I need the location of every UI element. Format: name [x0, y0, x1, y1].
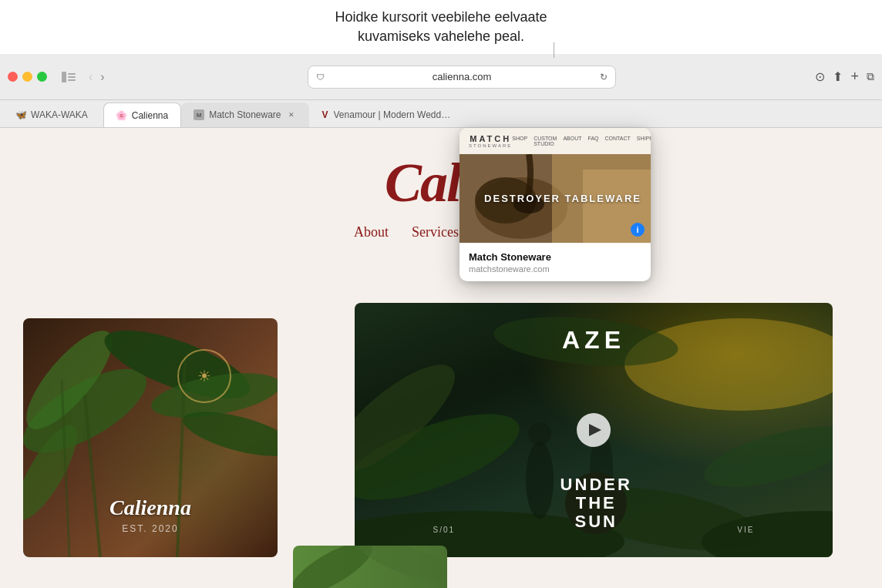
minimize-button[interactable] — [22, 72, 32, 82]
emblem: ☀ — [177, 349, 231, 403]
tooltip: Hoidke kursorit veebilehe eelvaate kuvam… — [335, 8, 547, 46]
tab-label-waka: WAKA-WAKA — [31, 109, 88, 120]
preview-info: Match Stoneware matchstoneware.com — [460, 244, 651, 281]
preview-site-name: Match Stoneware — [469, 251, 641, 263]
svg-rect-3 — [68, 79, 76, 81]
tab-favicon-match: M — [194, 109, 204, 120]
nav-services[interactable]: Services — [412, 224, 459, 240]
match-nav-shipping: SHIPPING — [637, 136, 651, 146]
match-site-header: MATCH STONEWARE SHOP CUSTOM STUDIO ABOUT… — [460, 128, 651, 154]
small-card-image — [293, 546, 447, 588]
browser-right-icons: ⊙ ⬆ + ⧉ — [815, 69, 874, 85]
tab-preview-popup: MATCH STONEWARE SHOP CUSTOM STUDIO ABOUT… — [460, 128, 651, 281]
url-display: calienna.com — [329, 71, 595, 82]
tab-match-stoneware[interactable]: M Match Stoneware ✕ — [181, 102, 308, 127]
bottom-label-s01: S/01 — [433, 526, 456, 534]
tab-venamour[interactable]: V Venamour | Modern Wedding Invitations — [309, 102, 463, 127]
tab-calienna[interactable]: 🌸 Calienna — [103, 102, 181, 127]
tab-label-calienna: Calienna — [132, 110, 168, 121]
nav-about[interactable]: About — [354, 224, 389, 240]
tab-waka-waka[interactable]: 🦋 WAKA-WAKA — [0, 102, 103, 127]
match-sublogo: STONEWARE — [469, 143, 512, 148]
right-card-title: AZE — [562, 326, 625, 354]
tab-manager-icon[interactable]: ⧉ — [867, 70, 874, 83]
forward-button[interactable]: › — [97, 69, 107, 86]
close-button[interactable] — [8, 72, 18, 82]
share-icon[interactable]: ⬆ — [833, 69, 843, 84]
match-logo: MATCH — [470, 134, 511, 143]
nav-arrows: ‹ › — [86, 69, 108, 86]
address-bar[interactable]: 🛡 calienna.com ↻ — [308, 66, 616, 89]
play-button[interactable] — [577, 413, 611, 447]
browser-chrome: ‹ › 🛡 calienna.com ↻ ⊙ ⬆ + ⧉ — [0, 54, 882, 100]
maximize-button[interactable] — [37, 72, 47, 82]
bottom-labels: S/01 UNDERTHE SUN VIE — [355, 472, 833, 534]
shield-icon: 🛡 — [316, 72, 325, 82]
tab-favicon-calienna: 🌸 — [116, 110, 127, 121]
preview-url: matchstoneware.com — [469, 264, 641, 274]
address-bar-container: 🛡 calienna.com ↻ — [114, 66, 810, 89]
svg-rect-2 — [68, 76, 76, 78]
match-nav-about: ABOUT — [563, 136, 581, 146]
reload-icon[interactable]: ↻ — [600, 72, 608, 82]
match-nav-faq: FAQ — [588, 136, 599, 146]
play-triangle-icon — [589, 424, 601, 436]
tab-bar: 🦋 WAKA-WAKA 🌸 Calienna M Match Stoneware… — [0, 100, 882, 128]
left-card-logo: Calienna — [109, 496, 191, 520]
plant-decoration — [23, 318, 278, 557]
svg-point-22 — [528, 422, 551, 445]
match-nav: SHOP CUSTOM STUDIO ABOUT FAQ CONTACT SHI… — [512, 136, 651, 146]
bottom-label-under: UNDERTHE SUN — [561, 475, 632, 532]
tab-favicon-waka: 🦋 — [15, 109, 26, 120]
main-content: Calie About Services Under T — [0, 128, 882, 588]
tab-close-match[interactable]: ✕ — [286, 109, 297, 120]
preview-website: MATCH STONEWARE SHOP CUSTOM STUDIO ABOUT… — [460, 128, 651, 244]
bottom-label-vie: VIE — [737, 526, 754, 534]
match-product-image: DESTROYER TABLEWARE i — [460, 154, 651, 243]
match-nav-contact: CONTACT — [605, 136, 631, 146]
tab-label-venamour: Venamour | Modern Wedding Invitations — [334, 109, 451, 120]
calienna-website: Calie About Services Under T — [0, 128, 882, 588]
traffic-lights — [8, 72, 47, 82]
tab-favicon-venamour: V — [321, 109, 329, 120]
svg-rect-1 — [68, 73, 76, 75]
tooltip-line1: Hoidke kursorit veebilehe eelvaate — [335, 9, 547, 25]
bottom-circle: UNDERTHE SUN — [565, 472, 627, 534]
match-info-icon[interactable]: i — [631, 223, 645, 237]
left-card: ☀ Calienna EST. 2020 — [23, 318, 278, 557]
tooltip-line2: kuvamiseks vahelehe peal. — [358, 29, 524, 44]
svg-rect-0 — [62, 72, 66, 82]
svg-point-26 — [353, 546, 447, 588]
back-button[interactable]: ‹ — [86, 69, 96, 86]
sidebar-toggle-button[interactable] — [58, 69, 79, 85]
match-image-text: DESTROYER TABLEWARE — [484, 193, 641, 204]
left-card-est: EST. 2020 — [122, 523, 178, 534]
match-nav-custom: CUSTOM STUDIO — [534, 136, 557, 146]
bottom-small-card — [293, 546, 447, 588]
right-card: AZE S/01 UNDERTHE SUN VIE — [355, 303, 833, 557]
match-nav-shop: SHOP — [512, 136, 527, 146]
new-tab-button[interactable]: + — [850, 69, 859, 85]
tooltip-indicator-line — [554, 42, 554, 58]
tab-label-match: Match Stoneware — [209, 109, 281, 120]
download-icon[interactable]: ⊙ — [815, 69, 825, 84]
